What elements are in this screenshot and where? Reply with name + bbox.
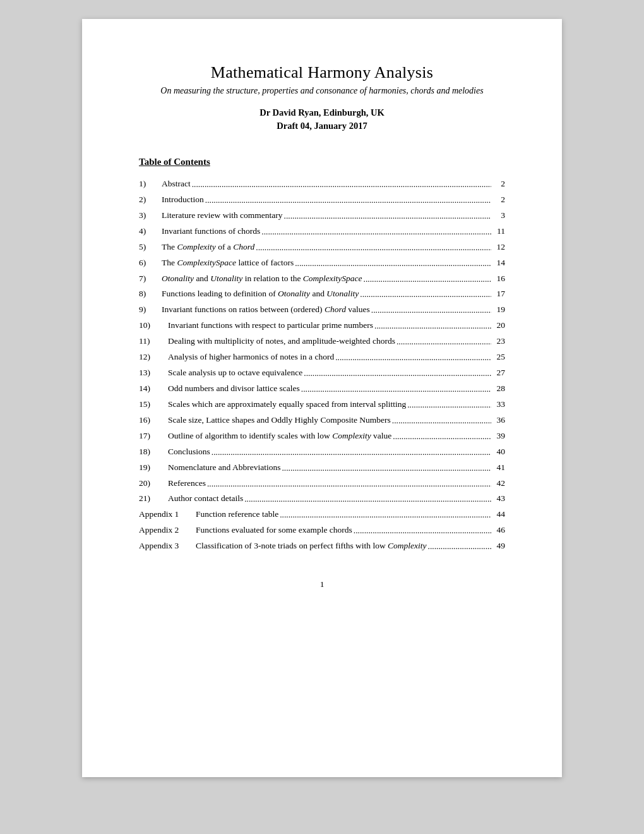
toc-page-20: 42 (491, 477, 505, 490)
toc-page-app1: 44 (491, 508, 505, 521)
toc-num-12: 12) (139, 351, 168, 364)
toc-entry-6: 6) The ComplexitySpace lattice of factor… (139, 255, 505, 271)
document-draft: Draft 04, January 2017 (139, 121, 505, 131)
toc-page-4: 11 (491, 225, 505, 238)
toc-dots-8 (359, 288, 491, 301)
toc-text-6: The ComplexitySpace lattice of factors (162, 257, 294, 270)
toc-text-1: Abstract (162, 178, 191, 191)
toc-page-2: 2 (491, 193, 505, 207)
toc-entry-app3: Appendix 3 Classification of 3-note tria… (139, 538, 505, 554)
document-subtitle: On measuring the structure, properties a… (139, 86, 505, 96)
toc-page-13: 27 (491, 366, 505, 380)
toc-entry-10: 10) Invariant functions with respect to … (139, 318, 505, 334)
toc-num-app1: Appendix 1 (139, 508, 196, 521)
toc-num-1: 1) (139, 178, 162, 191)
toc-page-9: 19 (491, 303, 505, 317)
toc-text-8: Functions leading to definition of Otona… (162, 287, 359, 301)
toc-dots-15 (406, 399, 491, 412)
toc-num-5: 5) (139, 241, 162, 254)
toc-num-2: 2) (139, 193, 162, 207)
toc-num-18: 18) (139, 445, 168, 459)
toc-num-17: 17) (139, 430, 168, 443)
toc-num-20: 20) (139, 477, 168, 490)
toc-num-app3: Appendix 3 (139, 540, 196, 553)
toc-dots-14 (300, 383, 491, 396)
toc-text-7: Otonality and Utonality in relation to t… (162, 272, 362, 286)
toc-text-app2: Functions evaluated for some example cho… (196, 524, 352, 537)
toc-page-app2: 46 (491, 524, 505, 537)
toc-page-1: 2 (491, 178, 505, 191)
toc-page-5: 12 (491, 241, 505, 254)
toc-dots-11 (395, 335, 491, 349)
toc-num-9: 9) (139, 303, 162, 317)
toc-page-app3: 49 (491, 540, 505, 553)
toc-entry-13: 13) Scale analysis up to octave equivale… (139, 365, 505, 381)
toc-page-12: 25 (491, 351, 505, 364)
toc-dots-20 (206, 478, 491, 491)
toc-dots-3 (283, 210, 491, 223)
toc-page-16: 36 (491, 414, 505, 427)
toc-num-8: 8) (139, 287, 162, 301)
toc-num-app2: Appendix 2 (139, 524, 196, 537)
toc-text-17: Outline of algorithm to identify scales … (168, 430, 391, 443)
page-number: 1 (139, 579, 505, 589)
toc-entry-app1: Appendix 1 Function reference table 44 (139, 507, 505, 523)
toc-page-7: 16 (491, 272, 505, 286)
toc-text-4: Invariant functions of chords (162, 225, 260, 238)
document-page: Mathematical Harmony Analysis On measuri… (82, 19, 562, 777)
toc-text-18: Conclusions (168, 445, 210, 459)
toc-entry-14: 14) Odd numbers and divisor lattice scal… (139, 381, 505, 397)
toc-dots-19 (280, 462, 491, 475)
toc-entry-16: 16) Scale size, Lattice shapes and Oddly… (139, 413, 505, 428)
toc-num-16: 16) (139, 414, 168, 427)
toc-entry-17: 17) Outline of algorithm to identify sca… (139, 428, 505, 444)
toc-text-5: The Complexity of a Chord (162, 241, 254, 254)
toc-text-2: Introduction (162, 193, 204, 207)
toc-dots-12 (334, 351, 491, 365)
toc-page-6: 14 (491, 257, 505, 270)
toc-entry-app2: Appendix 2 Functions evaluated for some … (139, 523, 505, 538)
toc-entry-11: 11) Dealing with multiplicity of notes, … (139, 334, 505, 349)
toc-page-11: 23 (491, 335, 505, 348)
toc-text-16: Scale size, Lattice shapes and Oddly Hig… (168, 414, 391, 427)
toc-page-3: 3 (491, 209, 505, 222)
toc-dots-4 (260, 226, 491, 239)
toc-num-4: 4) (139, 225, 162, 238)
toc-entry-1: 1) Abstract 2 (139, 176, 505, 192)
toc-entry-12: 12) Analysis of higher harmonics of note… (139, 349, 505, 365)
toc-entry-7: 7) Otonality and Utonality in relation t… (139, 271, 505, 287)
toc-dots-18 (210, 446, 491, 459)
toc-dots-1 (191, 178, 491, 191)
toc-section: Table of Contents 1) Abstract 2 2) Intro… (139, 157, 505, 554)
toc-text-15: Scales which are approximately equally s… (168, 398, 406, 411)
toc-entry-3: 3) Literature review with commentary 3 (139, 208, 505, 224)
toc-num-10: 10) (139, 319, 168, 332)
toc-num-3: 3) (139, 209, 162, 222)
toc-text-app3: Classification of 3-note triads on perfe… (196, 540, 427, 553)
toc-dots-app1 (278, 509, 491, 522)
toc-entry-9: 9) Invariant functions on ratios between… (139, 302, 505, 318)
toc-text-21: Author contact details (168, 492, 243, 505)
toc-text-9: Invariant functions on ratios between (o… (162, 303, 370, 317)
toc-entry-4: 4) Invariant functions of chords 11 (139, 224, 505, 239)
toc-text-app1: Function reference table (196, 508, 278, 521)
toc-num-7: 7) (139, 272, 162, 286)
toc-num-19: 19) (139, 461, 168, 474)
toc-page-17: 39 (491, 430, 505, 443)
toc-heading: Table of Contents (139, 157, 505, 167)
toc-page-8: 17 (491, 287, 505, 301)
document-author: Dr David Ryan, Edinburgh, UK (139, 107, 505, 118)
document-title: Mathematical Harmony Analysis (139, 63, 505, 82)
toc-num-15: 15) (139, 398, 168, 411)
toc-num-11: 11) (139, 335, 168, 348)
toc-text-11: Dealing with multiplicity of notes, and … (168, 335, 395, 348)
toc-text-10: Invariant functions with respect to part… (168, 319, 373, 332)
toc-dots-17 (391, 430, 491, 444)
toc-dots-16 (391, 414, 491, 428)
toc-text-19: Nomenclature and Abbreviations (168, 461, 280, 474)
toc-entry-5: 5) The Complexity of a Chord 12 (139, 239, 505, 255)
toc-entry-19: 19) Nomenclature and Abbreviations 41 (139, 460, 505, 476)
toc-text-13: Scale analysis up to octave equivalence (168, 366, 302, 380)
toc-entry-21: 21) Author contact details 43 (139, 491, 505, 507)
toc-num-21: 21) (139, 492, 168, 505)
